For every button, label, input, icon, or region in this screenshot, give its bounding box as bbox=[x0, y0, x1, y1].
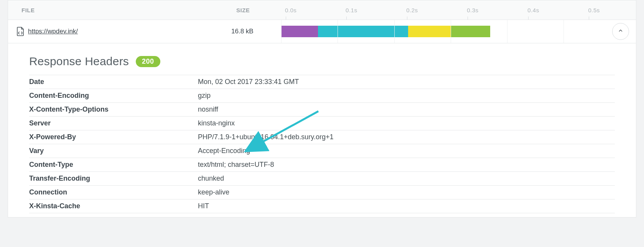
timing-segment-purple bbox=[281, 26, 318, 37]
timeline-gridline bbox=[563, 20, 564, 43]
header-value: kinsta-nginx bbox=[198, 119, 615, 127]
header-value: gzip bbox=[198, 92, 615, 100]
header-row: Transfer-Encodingchunked bbox=[29, 172, 615, 186]
header-name: Server bbox=[29, 119, 198, 127]
timeline-tick: 0.5s bbox=[588, 0, 600, 20]
header-name: X-Kinsta-Cache bbox=[29, 202, 198, 210]
header-value: Accept-Encoding bbox=[198, 147, 615, 155]
timeline-gridline bbox=[451, 20, 451, 43]
col-header-size: SIZE bbox=[236, 7, 286, 13]
timeline-tick: 0.2s bbox=[406, 0, 418, 20]
timing-segment-teal bbox=[318, 26, 408, 37]
response-details: Response Headers 200 DateMon, 02 Oct 201… bbox=[29, 55, 615, 217]
file-cell: https://wpdev.ink/ bbox=[8, 27, 231, 36]
col-header-timeline: 0.0s0.1s0.2s0.3s0.4s0.5s bbox=[286, 0, 605, 20]
header-value: chunked bbox=[198, 175, 615, 183]
timeline-tick: 0.3s bbox=[467, 0, 478, 20]
col-header-file: FILE bbox=[8, 7, 236, 13]
header-name: Content-Type bbox=[29, 161, 198, 169]
header-name: Vary bbox=[29, 147, 198, 155]
timeline-gridline bbox=[394, 20, 395, 43]
request-url-link[interactable]: https://wpdev.ink/ bbox=[28, 28, 78, 35]
header-value: HIT bbox=[198, 202, 615, 210]
timeline-gridline bbox=[507, 20, 507, 43]
header-value: nosniff bbox=[198, 105, 615, 114]
header-name: X-Powered-By bbox=[29, 133, 198, 141]
status-badge: 200 bbox=[136, 56, 160, 67]
response-headers-title: Response Headers 200 bbox=[29, 55, 615, 68]
header-row: VaryAccept-Encoding bbox=[29, 144, 615, 158]
timing-bar bbox=[281, 20, 578, 43]
header-row: X-Kinsta-CacheHIT bbox=[29, 199, 615, 213]
header-value: keep-alive bbox=[198, 188, 615, 196]
size-cell: 16.8 kB bbox=[231, 28, 281, 35]
header-row: Connectionkeep-alive bbox=[29, 186, 615, 199]
chevron-up-icon bbox=[618, 28, 624, 36]
table-header: FILE SIZE 0.0s0.1s0.2s0.3s0.4s0.5s bbox=[8, 0, 636, 20]
request-row[interactable]: https://wpdev.ink/ 16.8 kB bbox=[8, 20, 636, 43]
request-table: FILE SIZE 0.0s0.1s0.2s0.3s0.4s0.5s https… bbox=[8, 0, 636, 217]
header-name: Connection bbox=[29, 188, 198, 196]
header-row: X-Powered-ByPHP/7.1.9-1+ubuntu16.04.1+de… bbox=[29, 130, 615, 144]
header-value: PHP/7.1.9-1+ubuntu16.04.1+deb.sury.org+1 bbox=[198, 133, 615, 141]
timing-segment-yellow bbox=[408, 26, 450, 37]
header-row: X-Content-Type-Optionsnosniff bbox=[29, 103, 615, 117]
timeline-tick: 0.0s bbox=[285, 0, 296, 20]
timeline-tick: 0.4s bbox=[527, 0, 539, 20]
header-name: X-Content-Type-Options bbox=[29, 105, 198, 114]
timeline-cell bbox=[281, 20, 605, 43]
html-file-icon bbox=[16, 27, 24, 36]
timeline-gridline bbox=[281, 20, 282, 43]
header-row: DateMon, 02 Oct 2017 23:33:41 GMT bbox=[29, 75, 615, 89]
header-name: Date bbox=[29, 78, 198, 86]
header-row: Serverkinsta-nginx bbox=[29, 117, 615, 130]
timing-segment-green bbox=[451, 26, 490, 37]
header-row: Content-Encodinggzip bbox=[29, 89, 615, 103]
header-row: Content-Typetext/html; charset=UTF-8 bbox=[29, 158, 615, 172]
response-headers-title-text: Response Headers bbox=[29, 55, 129, 68]
collapse-button[interactable] bbox=[612, 23, 629, 40]
timeline-gridline bbox=[338, 20, 338, 43]
header-value: Mon, 02 Oct 2017 23:33:41 GMT bbox=[198, 78, 615, 86]
header-value: text/html; charset=UTF-8 bbox=[198, 161, 615, 169]
header-name: Content-Encoding bbox=[29, 92, 198, 100]
timeline-tick: 0.1s bbox=[346, 0, 357, 20]
header-name: Transfer-Encoding bbox=[29, 175, 198, 183]
